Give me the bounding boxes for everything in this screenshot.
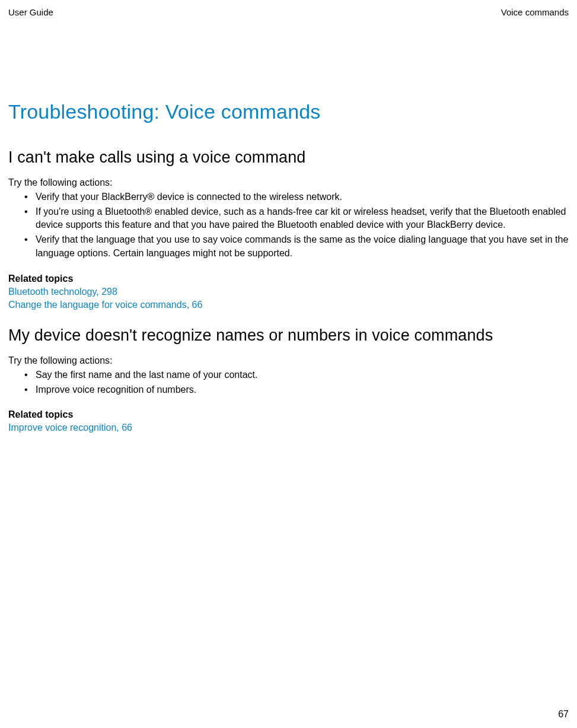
page-header: User Guide Voice commands — [0, 0, 577, 17]
section1-heading: I can't make calls using a voice command — [8, 148, 569, 167]
page-number: 67 — [558, 709, 569, 720]
list-item: Verify that the language that you use to… — [36, 233, 569, 260]
related-link[interactable]: Bluetooth technology, 298 — [8, 285, 569, 299]
section2-intro: Try the following actions: — [8, 355, 569, 366]
section2-related: Related topics Improve voice recognition… — [8, 409, 569, 435]
page-title: Troubleshooting: Voice commands — [8, 100, 569, 123]
section1-bullet-list: Verify that your BlackBerry® device is c… — [8, 190, 569, 260]
header-right: Voice commands — [501, 7, 569, 17]
related-topics-heading: Related topics — [8, 409, 569, 420]
section1-related: Related topics Bluetooth technology, 298… — [8, 274, 569, 312]
section1-intro: Try the following actions: — [8, 177, 569, 188]
section2-heading: My device doesn't recognize names or num… — [8, 326, 569, 345]
list-item: If you're using a Bluetooth® enabled dev… — [36, 205, 569, 232]
section2-bullet-list: Say the first name and the last name of … — [8, 368, 569, 396]
list-item: Verify that your BlackBerry® device is c… — [36, 190, 569, 204]
related-topics-heading: Related topics — [8, 274, 569, 284]
list-item: Improve voice recognition of numbers. — [36, 383, 569, 397]
header-left: User Guide — [8, 7, 53, 17]
page-content: Troubleshooting: Voice commands I can't … — [0, 17, 577, 435]
related-link[interactable]: Change the language for voice commands, … — [8, 298, 569, 312]
list-item: Say the first name and the last name of … — [36, 368, 569, 382]
related-link[interactable]: Improve voice recognition, 66 — [8, 421, 569, 435]
